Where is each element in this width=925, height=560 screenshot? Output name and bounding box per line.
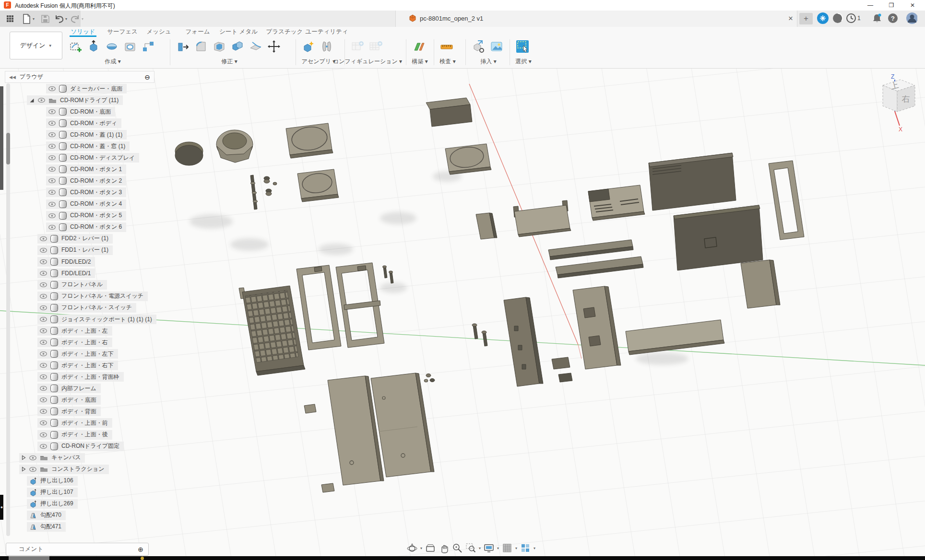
combine-icon[interactable] — [229, 38, 246, 55]
ribbon-group-label-3[interactable]: アセンブリ ▾ — [302, 58, 336, 66]
ribbon-tab-4[interactable]: フォーム — [186, 28, 210, 36]
browser-item[interactable]: キャンバス — [19, 453, 85, 463]
browser-item[interactable]: ボディ・底面 — [37, 395, 101, 405]
revolve-icon[interactable] — [104, 38, 120, 55]
joint-icon[interactable] — [319, 38, 335, 55]
ribbon-tab-1[interactable]: ソリッド — [71, 28, 95, 36]
browser-item[interactable]: CD-ROM・ボタン 1 — [46, 164, 126, 174]
browser-item[interactable]: FDD1・レバー (1) — [37, 245, 113, 255]
ribbon-group-label-1[interactable]: 作成 ▾ — [105, 58, 120, 66]
viewports-dropdown-caret[interactable]: ▾ — [534, 546, 535, 550]
extrude-icon[interactable] — [85, 38, 102, 55]
browser-item[interactable]: ボディ・上面・前 — [37, 418, 112, 428]
browser-item[interactable]: CD-RONドライブ固定 — [37, 442, 124, 451]
browser-minus-icon[interactable]: ⊖ — [144, 73, 150, 81]
undo-button[interactable]: ▾ — [54, 13, 67, 24]
ribbon-group-label-5[interactable]: 構築 ▾ — [412, 58, 427, 66]
browser-item[interactable]: ダミーカバー・底面 — [46, 84, 127, 93]
document-tab-close-button[interactable]: ✕ — [786, 14, 795, 23]
pan-icon[interactable] — [438, 542, 450, 554]
browser-item[interactable]: フロントパネル・スイッチ — [37, 303, 136, 313]
new-component-icon[interactable] — [300, 38, 317, 55]
display-settings-dropdown-caret[interactable]: ▾ — [497, 546, 499, 550]
browser-item[interactable]: ボディ・上面・左 — [37, 326, 112, 336]
browser-item[interactable]: フロントパネル・電源スイッチ — [37, 292, 148, 301]
shell-icon[interactable] — [211, 38, 227, 55]
select-icon[interactable] — [514, 38, 531, 55]
browser-item[interactable]: CD-ROM・蓋・窓 (1) — [46, 141, 130, 151]
browser-scrollbar-thumb[interactable] — [6, 133, 10, 164]
configuration-table-icon[interactable] — [368, 38, 384, 55]
minimize-button[interactable]: — — [860, 0, 881, 11]
ribbon-tab-2[interactable]: サーフェス — [107, 28, 138, 36]
browser-item[interactable]: ボディ・背面 — [37, 407, 101, 416]
browser-item[interactable]: ボディ・上面・右 — [37, 338, 112, 347]
ribbon-tab-5[interactable]: シート メタル — [219, 28, 258, 36]
browser-item[interactable]: ボディ・上面・後 — [37, 430, 112, 440]
grid-display-icon[interactable] — [501, 542, 513, 554]
measure-icon[interactable] — [439, 38, 455, 55]
comment-bar[interactable]: コメント ⊕ — [6, 543, 149, 556]
browser-item[interactable]: 押し出し269 — [27, 499, 78, 509]
press-pull-icon[interactable] — [175, 38, 191, 55]
browser-item[interactable]: CD-ROM・ボタン 3 — [46, 187, 126, 197]
browser-item[interactable]: ボディ・上面・右下 — [37, 361, 118, 370]
orbit-dropdown-caret[interactable]: ▾ — [420, 546, 422, 550]
insert-mesh-icon[interactable] — [470, 38, 486, 55]
browser-item[interactable]: CD-ROM・蓋 (1) (1) — [46, 130, 127, 140]
workspace-selector[interactable]: デザイン▼ — [10, 32, 62, 59]
add-comment-icon[interactable]: ⊕ — [138, 546, 143, 553]
ribbon-tab-3[interactable]: メッシュ — [146, 28, 171, 36]
viewcube[interactable]: Z X 上 右 — [871, 71, 924, 132]
browser-item[interactable]: ジョイスティックポート (1) (1) (1) — [37, 315, 156, 324]
account-avatar[interactable] — [906, 12, 917, 24]
browser-item[interactable]: 押し出し106 — [27, 476, 78, 486]
browser-item[interactable]: CD-ROM・ボディ — [46, 118, 121, 128]
save-button[interactable] — [40, 13, 50, 24]
browser-item[interactable]: ボディ・上面・背面枠 — [37, 372, 124, 382]
close-button[interactable]: ✕ — [902, 0, 923, 11]
move-icon[interactable] — [266, 38, 282, 55]
browser-item[interactable]: FDD/LED/2 — [37, 257, 95, 267]
browser-item[interactable]: 内部フレーム — [37, 384, 101, 393]
app-grid-menu-button[interactable] — [6, 13, 14, 24]
notifications-bell-button[interactable] — [871, 12, 883, 24]
document-name[interactable]: pc-8801mc_open_2 v1 — [409, 14, 483, 22]
fit-dropdown-caret[interactable]: ▾ — [479, 546, 481, 550]
browser-item[interactable]: ボディ・上面・左下 — [37, 349, 118, 359]
create-sketch-icon[interactable] — [67, 38, 83, 55]
browser-item[interactable]: フロントパネル — [37, 280, 107, 290]
file-menu-button[interactable]: ▾ — [21, 13, 35, 24]
look-at-icon[interactable] — [424, 542, 437, 554]
browser-header[interactable]: ◀◀ ブラウザ ⊖ — [5, 71, 154, 83]
display-settings-icon[interactable] — [483, 542, 495, 554]
job-status-button[interactable] — [832, 12, 843, 24]
extensions-button[interactable] — [817, 12, 829, 24]
browser-item[interactable]: CD-ROM・ボタン 5 — [46, 211, 126, 221]
fit-icon[interactable] — [464, 542, 477, 554]
browser-item[interactable]: CD-ROM・ボタン 2 — [46, 176, 126, 186]
orbit-icon[interactable] — [406, 542, 418, 554]
browser-item[interactable]: コンストラクション — [19, 465, 109, 474]
browser-item[interactable]: CD-ROMドライブ (11) — [27, 95, 123, 105]
pattern-icon[interactable] — [140, 38, 156, 55]
help-button[interactable]: ? — [887, 12, 899, 24]
ribbon-group-label-2[interactable]: 修正 ▾ — [221, 58, 237, 66]
ribbon-tab-7[interactable]: ユーティリティ — [305, 28, 348, 36]
hole-icon[interactable] — [122, 38, 138, 55]
ribbon-group-label-4[interactable]: コンフィギュレーション ▾ — [333, 58, 402, 66]
browser-item[interactable]: CD-ROM・底面 — [46, 107, 115, 117]
ribbon-tab-6[interactable]: プラスチック — [266, 28, 303, 36]
ribbon-group-label-6[interactable]: 検査 ▾ — [439, 58, 455, 66]
browser-item[interactable]: CD-ROM・ボタン 4 — [46, 199, 126, 209]
ribbon-group-label-8[interactable]: 選択 ▾ — [515, 58, 531, 66]
redo-button[interactable]: ▾ — [70, 13, 83, 24]
zoom-icon[interactable] — [451, 542, 463, 554]
grid-display-dropdown-caret[interactable]: ▾ — [515, 546, 517, 550]
new-tab-button[interactable]: + — [799, 13, 813, 24]
construction-plane-icon[interactable] — [411, 38, 427, 55]
ribbon-group-label-7[interactable]: 挿入 ▾ — [480, 58, 496, 66]
browser-item[interactable]: FDD2・レバー (1) — [37, 234, 113, 244]
browser-item[interactable]: CD-ROM・ボタン 6 — [46, 222, 126, 232]
browser-collapse-icon[interactable]: ◀◀ — [9, 75, 16, 80]
